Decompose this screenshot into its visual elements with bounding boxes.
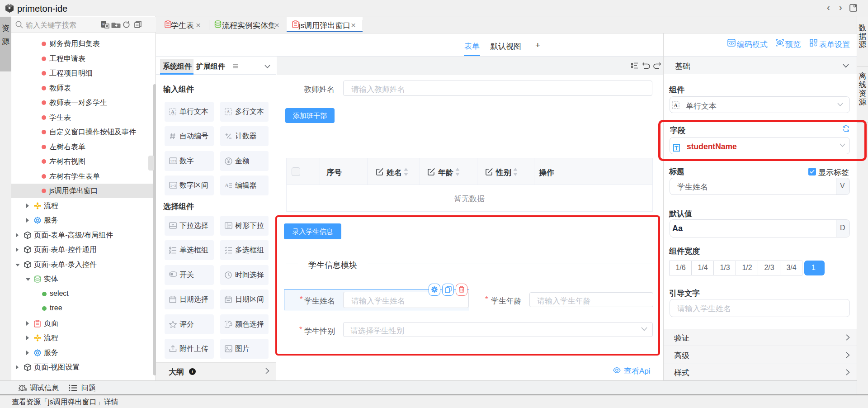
svg-text:A: A bbox=[227, 109, 230, 114]
svg-text:123: 123 bbox=[170, 159, 176, 163]
svg-text:A: A bbox=[674, 102, 678, 109]
svg-text:1~3: 1~3 bbox=[170, 184, 176, 188]
svg-text:A: A bbox=[171, 109, 175, 114]
svg-text:i: i bbox=[192, 369, 193, 374]
svg-text:A: A bbox=[225, 182, 229, 189]
